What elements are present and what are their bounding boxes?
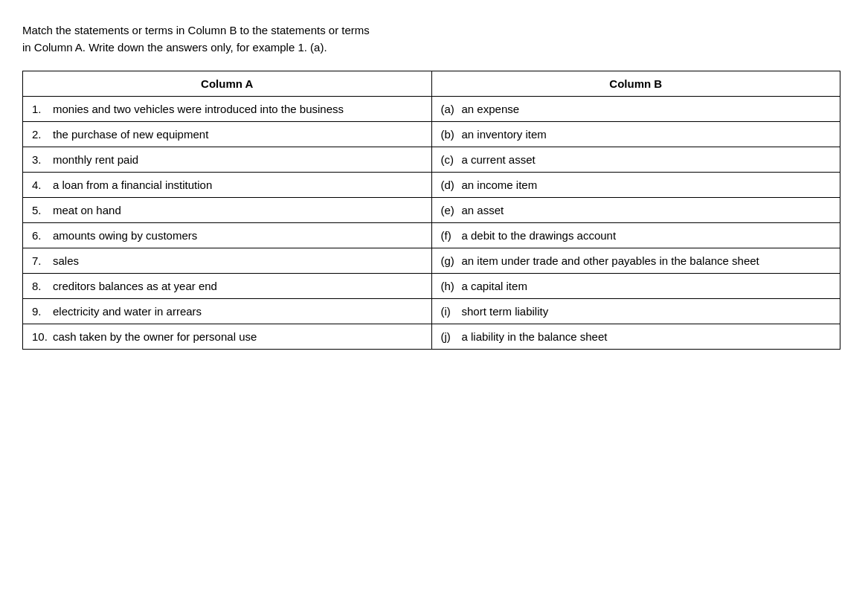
row-number: 6. [32, 229, 53, 242]
col-b-text: an expense [462, 103, 520, 115]
row-number: 3. [32, 153, 53, 166]
col-b-cell: (j)a liability in the balance sheet [431, 324, 840, 350]
col-b-cell: (e)an asset [431, 198, 840, 223]
col-b-text: a capital item [462, 280, 527, 292]
col-b-cell: (a)an expense [431, 97, 840, 122]
col-a-text: the purchase of new equipment [53, 128, 208, 141]
col-b-letter: (e) [441, 204, 462, 216]
col-a-text: creditors balances as at year end [53, 280, 217, 292]
col-a-cell: 7.sales [23, 248, 432, 274]
col-a-cell: 8.creditors balances as at year end [23, 274, 432, 299]
table-row: 2.the purchase of new equipment(b)an inv… [23, 122, 840, 147]
row-number: 10. [32, 330, 53, 343]
col-b-letter: (g) [441, 254, 462, 267]
table-row: 5.meat on hand(e)an asset [23, 198, 840, 223]
column-a-header: Column A [23, 71, 432, 97]
row-number: 7. [32, 254, 53, 267]
col-a-cell: 2.the purchase of new equipment [23, 122, 432, 147]
table-row: 4.a loan from a financial institution(d)… [23, 173, 840, 198]
row-number: 1. [32, 103, 53, 115]
col-b-text: an income item [462, 179, 538, 191]
col-a-cell: 5.meat on hand [23, 198, 432, 223]
table-row: 10.cash taken by the owner for personal … [23, 324, 840, 350]
col-b-cell: (c)a current asset [431, 147, 840, 173]
col-b-cell: (f)a debit to the drawings account [431, 223, 840, 248]
col-a-cell: 10.cash taken by the owner for personal … [23, 324, 432, 350]
col-a-text: electricity and water in arrears [53, 305, 202, 318]
col-a-text: meat on hand [53, 204, 121, 216]
table-row: 9.electricity and water in arrears(i)sho… [23, 299, 840, 324]
col-b-letter: (j) [441, 330, 462, 343]
col-b-cell: (b)an inventory item [431, 122, 840, 147]
col-b-text: an inventory item [462, 128, 547, 141]
instructions: Match the statements or terms in Column … [22, 22, 846, 56]
col-b-text: short term liability [462, 305, 549, 318]
col-a-text: sales [53, 254, 79, 267]
table-row: 1.monies and two vehicles were introduce… [23, 97, 840, 122]
row-number: 9. [32, 305, 53, 318]
col-a-cell: 1.monies and two vehicles were introduce… [23, 97, 432, 122]
col-b-text: a liability in the balance sheet [462, 330, 608, 343]
col-b-letter: (f) [441, 229, 462, 242]
col-b-letter: (a) [441, 103, 462, 115]
col-b-cell: (d)an income item [431, 173, 840, 198]
col-b-text: an asset [462, 204, 504, 216]
col-a-text: monthly rent paid [53, 153, 138, 166]
col-b-cell: (h)a capital item [431, 274, 840, 299]
matching-table: Column A Column B 1.monies and two vehic… [22, 71, 840, 350]
table-row: 8.creditors balances as at year end(h)a … [23, 274, 840, 299]
col-b-letter: (h) [441, 280, 462, 292]
col-b-letter: (c) [441, 153, 462, 166]
col-b-letter: (i) [441, 305, 462, 318]
row-number: 8. [32, 280, 53, 292]
col-b-letter: (b) [441, 128, 462, 141]
col-b-text: a debit to the drawings account [462, 229, 617, 242]
col-a-cell: 9.electricity and water in arrears [23, 299, 432, 324]
instructions-line1: Match the statements or terms in Column … [22, 24, 370, 36]
col-a-text: monies and two vehicles were introduced … [53, 103, 344, 115]
col-a-text: amounts owing by customers [53, 229, 197, 242]
row-number: 2. [32, 128, 53, 141]
row-number: 4. [32, 179, 53, 191]
table-row: 6.amounts owing by customers(f)a debit t… [23, 223, 840, 248]
col-a-cell: 6.amounts owing by customers [23, 223, 432, 248]
col-b-text: an item under trade and other payables i… [462, 254, 759, 267]
col-b-letter: (d) [441, 179, 462, 191]
col-a-text: a loan from a financial institution [53, 179, 212, 191]
col-a-text: cash taken by the owner for personal use [53, 330, 257, 343]
col-a-cell: 3.monthly rent paid [23, 147, 432, 173]
instructions-line2: in Column A. Write down the answers only… [22, 41, 327, 54]
col-b-cell: (i)short term liability [431, 299, 840, 324]
table-row: 3.monthly rent paid(c)a current asset [23, 147, 840, 173]
row-number: 5. [32, 204, 53, 216]
col-b-cell: (g)an item under trade and other payable… [431, 248, 840, 274]
table-row: 7.sales(g)an item under trade and other … [23, 248, 840, 274]
col-a-cell: 4.a loan from a financial institution [23, 173, 432, 198]
col-b-text: a current asset [462, 153, 536, 166]
column-b-header: Column B [431, 71, 840, 97]
